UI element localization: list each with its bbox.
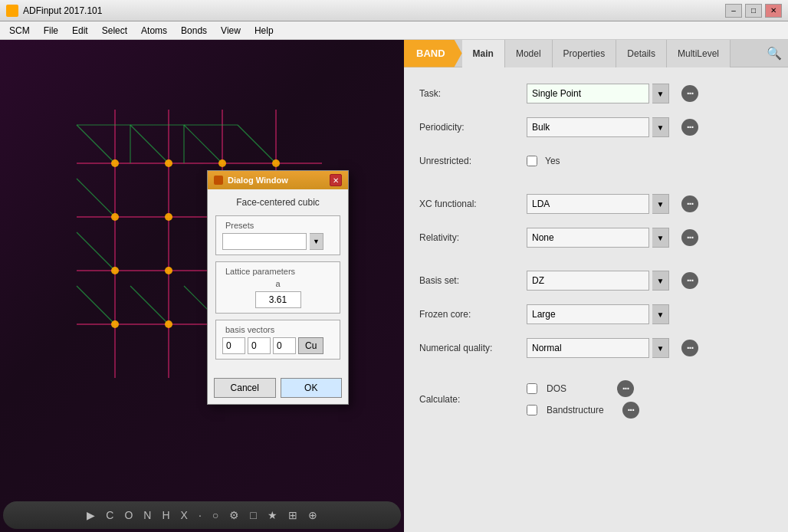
- menu-view[interactable]: View: [215, 24, 247, 38]
- numerical-quality-select[interactable]: Normal: [527, 338, 649, 358]
- basis-set-more-button[interactable]: ···: [681, 272, 698, 289]
- grid-icon[interactable]: ⊞: [288, 509, 297, 521]
- carbon-icon[interactable]: C: [106, 509, 113, 521]
- title-bar: ADFinput 2017.101 – □ ✕: [0, 0, 788, 21]
- frozen-core-dropdown-arrow[interactable]: ▼: [652, 304, 669, 324]
- ok-button[interactable]: OK: [281, 378, 343, 398]
- svg-line-15: [130, 286, 169, 324]
- tab-multilevel[interactable]: MultiLevel: [667, 40, 731, 67]
- dialog-title: Dialog Window: [228, 176, 288, 185]
- xc-dropdown-arrow[interactable]: ▼: [652, 194, 669, 214]
- properties-area: Task: Single Point ▼ ··· Periodicity: Bu…: [404, 67, 788, 532]
- task-row: Task: Single Point ▼ ···: [419, 83, 773, 104]
- task-dropdown-arrow[interactable]: ▼: [652, 84, 669, 103]
- lattice-a-label: a: [271, 279, 286, 288]
- svg-point-30: [165, 267, 172, 274]
- minimize-button[interactable]: –: [725, 4, 742, 18]
- right-panel: BAND Main Model Properties Details Multi…: [404, 40, 788, 532]
- periodicity-row: Periodicity: Bulk ▼ ···: [419, 117, 773, 138]
- circle-icon[interactable]: ○: [212, 509, 218, 521]
- svg-point-24: [272, 159, 280, 167]
- cancel-button[interactable]: Cancel: [214, 378, 276, 398]
- relativity-more-button[interactable]: ···: [681, 229, 698, 246]
- svg-point-21: [111, 159, 119, 167]
- tab-main[interactable]: Main: [462, 40, 505, 67]
- svg-line-8: [77, 125, 115, 163]
- menu-bonds[interactable]: Bonds: [175, 24, 213, 38]
- numerical-quality-more-button[interactable]: ···: [681, 340, 698, 356]
- menu-select[interactable]: Select: [96, 24, 133, 38]
- dialog-subtitle: Face-centered cubic: [215, 197, 340, 208]
- gear-icon[interactable]: ⚙: [229, 509, 239, 521]
- relativity-dropdown-arrow[interactable]: ▼: [652, 228, 669, 248]
- x-icon[interactable]: X: [181, 509, 188, 521]
- xc-more-button[interactable]: ···: [681, 195, 698, 212]
- dialog-close-button[interactable]: ✕: [330, 174, 342, 186]
- menu-help[interactable]: Help: [248, 24, 280, 38]
- basis-vec-x[interactable]: [222, 337, 245, 354]
- square-icon[interactable]: □: [250, 509, 256, 521]
- star-icon[interactable]: ★: [268, 509, 277, 521]
- tab-bar: BAND Main Model Properties Details Multi…: [404, 40, 788, 67]
- menu-edit[interactable]: Edit: [66, 24, 94, 38]
- maximize-button[interactable]: □: [745, 4, 762, 18]
- basis-set-select[interactable]: DZ: [527, 271, 649, 291]
- relativity-select[interactable]: None: [527, 228, 649, 248]
- tab-properties[interactable]: Properties: [553, 40, 617, 67]
- unrestricted-label: Unrestricted:: [419, 156, 527, 166]
- 3d-viewport[interactable]: Dialog Window ✕ Face-centered cubic Pres…: [0, 40, 404, 532]
- presets-input[interactable]: [222, 233, 307, 250]
- close-button[interactable]: ✕: [765, 4, 782, 18]
- menu-scm[interactable]: SCM: [3, 24, 36, 38]
- nitrogen-icon[interactable]: N: [143, 509, 151, 521]
- svg-point-26: [165, 213, 172, 221]
- svg-point-33: [111, 320, 119, 328]
- basis-atom-button[interactable]: Cu: [298, 337, 323, 354]
- frozen-core-select[interactable]: Large: [527, 304, 649, 324]
- plus-circle-icon[interactable]: ⊕: [308, 509, 317, 521]
- periodicity-select[interactable]: Bulk: [527, 117, 649, 137]
- dos-more-button[interactable]: ···: [617, 380, 634, 397]
- numerical-quality-label: Numerical quality:: [419, 343, 527, 353]
- frozen-core-row: Frozen core: Large ▼: [419, 304, 773, 325]
- dialog-window: Dialog Window ✕ Face-centered cubic Pres…: [207, 170, 349, 405]
- tab-model[interactable]: Model: [505, 40, 553, 67]
- frozen-core-label: Frozen core:: [419, 309, 527, 320]
- periodicity-dropdown-arrow[interactable]: ▼: [652, 117, 669, 137]
- bandstructure-checkbox[interactable]: [527, 405, 537, 415]
- play-icon[interactable]: ▶: [87, 509, 95, 521]
- xc-select[interactable]: LDA: [527, 194, 649, 214]
- presets-group: Presets ▼: [215, 215, 340, 255]
- menu-atoms[interactable]: Atoms: [135, 24, 173, 38]
- tab-details[interactable]: Details: [616, 40, 667, 67]
- unrestricted-checkbox[interactable]: [527, 156, 537, 166]
- periodicity-more-button[interactable]: ···: [681, 119, 698, 136]
- task-select[interactable]: Single Point: [527, 84, 649, 103]
- oxygen-icon[interactable]: O: [124, 509, 133, 521]
- svg-line-13: [77, 232, 115, 271]
- presets-dropdown-arrow[interactable]: ▼: [310, 233, 323, 250]
- task-more-button[interactable]: ···: [681, 85, 698, 102]
- dos-checkbox[interactable]: [527, 383, 537, 394]
- task-label: Task:: [419, 88, 527, 99]
- basis-set-row: Basis set: DZ ▼ ···: [419, 270, 773, 291]
- svg-line-9: [130, 125, 169, 163]
- menu-file[interactable]: File: [38, 24, 64, 38]
- tab-band[interactable]: BAND: [404, 40, 462, 67]
- main-container: Dialog Window ✕ Face-centered cubic Pres…: [0, 40, 788, 532]
- periodicity-label: Periodicity:: [419, 122, 527, 133]
- lattice-a-input[interactable]: [255, 291, 301, 308]
- basis-vec-z[interactable]: [273, 337, 296, 354]
- menu-bar: SCM File Edit Select Atoms Bonds View He…: [0, 21, 788, 40]
- bandstructure-more-button[interactable]: ···: [622, 402, 639, 419]
- dialog-icon: [214, 176, 223, 185]
- relativity-row: Relativity: None ▼ ···: [419, 227, 773, 248]
- numerical-quality-dropdown-arrow[interactable]: ▼: [652, 338, 669, 358]
- bottom-toolbar: ▶ C O N H X · ○ ⚙ □ ★ ⊞ ⊕: [3, 501, 401, 529]
- basis-vec-y[interactable]: [248, 337, 271, 354]
- dot-icon[interactable]: ·: [199, 509, 202, 521]
- search-icon[interactable]: 🔍: [767, 46, 782, 61]
- hydrogen-icon[interactable]: H: [162, 509, 169, 521]
- basis-set-label: Basis set:: [419, 275, 527, 286]
- basis-set-dropdown-arrow[interactable]: ▼: [652, 271, 669, 291]
